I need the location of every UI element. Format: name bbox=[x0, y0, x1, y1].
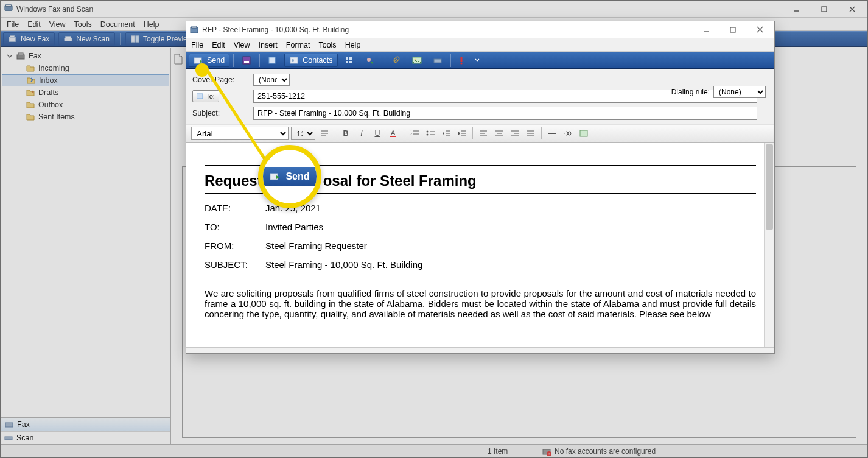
editor-scrollbar[interactable] bbox=[764, 143, 774, 347]
menu-help[interactable]: Help bbox=[144, 20, 159, 29]
doc-to-value: Invited Parties bbox=[265, 222, 323, 232]
cmenu-file[interactable]: File bbox=[191, 41, 203, 49]
addressbook-button[interactable] bbox=[264, 54, 282, 67]
hr-button[interactable] bbox=[545, 127, 559, 140]
cover-page-select[interactable]: (None) bbox=[253, 74, 290, 86]
link-button[interactable] bbox=[561, 127, 575, 140]
main-minimize-button[interactable] bbox=[782, 1, 810, 17]
cmenu-insert[interactable]: Insert bbox=[259, 41, 278, 49]
cmenu-format[interactable]: Format bbox=[286, 41, 310, 49]
align-left-button[interactable] bbox=[477, 127, 490, 140]
para-style-button[interactable] bbox=[318, 127, 331, 140]
compose-minimize-button[interactable] bbox=[693, 23, 719, 37]
bold-button[interactable]: B bbox=[339, 127, 352, 140]
grid-button[interactable] bbox=[340, 54, 359, 67]
picture-button[interactable] bbox=[577, 127, 590, 140]
contacts-label: Contacts bbox=[303, 56, 332, 65]
align-center-button[interactable] bbox=[492, 127, 506, 140]
menu-edit[interactable]: Edit bbox=[27, 20, 41, 29]
svg-rect-43 bbox=[197, 94, 203, 99]
outdent-button[interactable] bbox=[439, 127, 453, 140]
compose-toolbar: Send Contacts bbox=[186, 52, 774, 69]
cmenu-tools[interactable]: Tools bbox=[318, 41, 336, 49]
status-bar: 1 Item ! No fax accounts are configured bbox=[1, 444, 867, 457]
callout-send-label: Send bbox=[285, 171, 309, 182]
compose-maximize-button[interactable] bbox=[719, 23, 746, 37]
new-doc-icon[interactable] bbox=[173, 54, 183, 65]
dialing-rule-label: Dialing rule: bbox=[671, 88, 710, 96]
tree-item-outbox[interactable]: Outbox bbox=[2, 99, 169, 111]
new-scan-button[interactable]: New Scan bbox=[58, 32, 115, 46]
contacts-button[interactable]: Contacts bbox=[284, 54, 337, 67]
compose-close-button[interactable] bbox=[746, 23, 773, 37]
compose-title: RFP - Steel Framing - 10,000 Sq. Ft. Bui… bbox=[202, 26, 349, 34]
doc-to-label: TO: bbox=[205, 222, 254, 232]
font-size-select[interactable]: 12 bbox=[291, 127, 315, 140]
status-item-count: 1 Item bbox=[488, 447, 508, 456]
tree-item-drafts[interactable]: Drafts bbox=[2, 86, 169, 99]
dialing-rule-select[interactable]: (None) bbox=[713, 86, 766, 98]
align-right-button[interactable] bbox=[508, 127, 522, 140]
resize-bar[interactable] bbox=[186, 347, 774, 353]
svg-rect-35 bbox=[346, 61, 348, 63]
tree-item-inbox[interactable]: Inbox bbox=[2, 74, 169, 86]
subject-field[interactable] bbox=[253, 107, 757, 120]
main-titlebar: Windows Fax and Scan bbox=[1, 1, 867, 18]
svg-rect-36 bbox=[349, 61, 352, 63]
align-justify-button[interactable] bbox=[524, 127, 537, 140]
switcher-fax[interactable]: Fax bbox=[1, 418, 170, 431]
cmenu-help[interactable]: Help bbox=[345, 41, 361, 49]
svg-rect-8 bbox=[65, 38, 72, 41]
to-button[interactable]: To: bbox=[192, 90, 219, 102]
send-label: Send bbox=[207, 56, 225, 65]
underline-button[interactable]: U bbox=[371, 127, 384, 140]
indent-button[interactable] bbox=[455, 127, 469, 140]
doc-from-value: Steel Framing Requester bbox=[265, 241, 367, 251]
attach-button[interactable] bbox=[387, 54, 405, 67]
status-warning: No fax accounts are configured bbox=[555, 447, 656, 456]
check-names-button[interactable] bbox=[361, 54, 379, 67]
app-icon bbox=[4, 4, 13, 14]
new-fax-button[interactable]: New Fax bbox=[3, 32, 55, 46]
tree-item-incoming[interactable]: Incoming bbox=[2, 62, 169, 74]
bullet-list-button[interactable] bbox=[424, 127, 437, 140]
menu-file[interactable]: File bbox=[7, 20, 19, 29]
svg-point-55 bbox=[427, 134, 429, 136]
priority-dropdown[interactable] bbox=[471, 54, 484, 67]
compose-menubar: File Edit View Insert Format Tools Help bbox=[186, 38, 774, 52]
font-select[interactable]: Arial bbox=[191, 127, 289, 140]
svg-rect-34 bbox=[349, 57, 352, 60]
menu-document[interactable]: Document bbox=[100, 20, 135, 29]
expand-icon[interactable] bbox=[7, 53, 13, 59]
svg-rect-16 bbox=[5, 423, 13, 427]
menu-view[interactable]: View bbox=[49, 20, 66, 29]
svg-rect-17 bbox=[5, 437, 12, 440]
callout-send-chip: Send bbox=[261, 167, 318, 186]
italic-button[interactable]: I bbox=[355, 127, 368, 140]
callout-circle: Send bbox=[258, 145, 321, 208]
main-maximize-button[interactable] bbox=[810, 1, 838, 17]
format-toolbar: Arial 12 B I U A 12 bbox=[186, 124, 774, 143]
cmenu-view[interactable]: View bbox=[234, 41, 250, 49]
tree-item-sent[interactable]: Sent Items bbox=[2, 111, 169, 123]
cmenu-edit[interactable]: Edit bbox=[212, 41, 225, 49]
insert-scan-button[interactable] bbox=[429, 54, 447, 67]
insert-picture-button[interactable] bbox=[408, 54, 426, 67]
font-color-button[interactable]: A bbox=[387, 127, 400, 140]
tree-root-fax[interactable]: Fax bbox=[2, 50, 169, 62]
priority-button[interactable] bbox=[455, 54, 468, 67]
switcher-scan[interactable]: Scan bbox=[1, 431, 170, 444]
inbox-icon bbox=[27, 77, 35, 84]
doc-date-label: DATE: bbox=[205, 203, 254, 213]
callout-anchor-dot bbox=[195, 63, 209, 77]
menu-tools[interactable]: Tools bbox=[74, 20, 92, 29]
doc-from-label: FROM: bbox=[205, 241, 254, 251]
svg-rect-33 bbox=[346, 57, 348, 60]
main-close-button[interactable] bbox=[838, 1, 866, 17]
number-list-button[interactable]: 12 bbox=[408, 127, 421, 140]
save-button[interactable] bbox=[237, 54, 256, 67]
svg-rect-1 bbox=[6, 5, 12, 7]
send-button[interactable]: Send bbox=[189, 54, 229, 67]
folder-icon bbox=[26, 65, 35, 72]
main-title: Windows Fax and Scan bbox=[16, 5, 93, 13]
